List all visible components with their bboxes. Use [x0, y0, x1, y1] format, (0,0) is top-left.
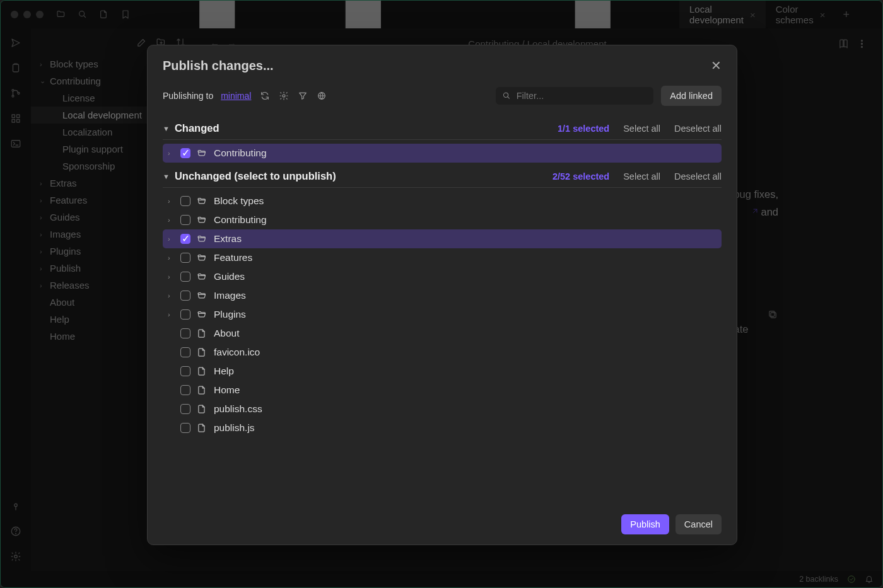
changed-section-header[interactable]: ▼ Changed 1/1 selected Select all Desele… — [163, 115, 722, 140]
chevron-right-icon: › — [168, 273, 174, 280]
checkbox[interactable]: ✓ — [180, 148, 190, 158]
item-label: Images — [214, 290, 246, 301]
filter-input[interactable] — [517, 91, 648, 101]
list-item[interactable]: publish.css — [163, 400, 722, 418]
item-label: Help — [214, 366, 234, 377]
list-item[interactable]: About — [163, 324, 722, 343]
chevron-right-icon: › — [168, 235, 174, 243]
globe-icon[interactable] — [317, 91, 327, 101]
selection-count: 2/52 selected — [553, 171, 609, 182]
folder-icon — [197, 272, 208, 282]
file-icon — [197, 423, 208, 434]
list-item[interactable]: ›✓Extras — [163, 229, 722, 248]
settings-icon[interactable] — [279, 91, 289, 101]
section-title: Changed — [175, 122, 219, 134]
deselect-all-link[interactable]: Deselect all — [674, 171, 722, 182]
chevron-down-icon: ▼ — [163, 125, 170, 132]
chevron-right-icon: › — [168, 197, 174, 205]
chevron-right-icon: › — [168, 311, 174, 318]
cancel-button[interactable]: Cancel — [675, 514, 722, 534]
chevron-right-icon: › — [168, 254, 174, 262]
checkbox[interactable] — [180, 196, 190, 206]
item-label: publish.css — [214, 403, 262, 415]
list-item[interactable]: Help — [163, 362, 722, 381]
modal-body: ▼ Changed 1/1 selected Select all Desele… — [148, 115, 737, 504]
folder-icon — [197, 309, 208, 320]
add-linked-button[interactable]: Add linked — [661, 86, 722, 106]
list-item[interactable]: ›Plugins — [163, 305, 722, 324]
filter-input-wrap[interactable] — [496, 87, 653, 105]
item-label: About — [214, 328, 240, 339]
filter-icon[interactable] — [298, 91, 308, 101]
list-item[interactable]: ›Features — [163, 248, 722, 267]
item-label: Extras — [214, 233, 242, 245]
checkbox[interactable]: ✓ — [180, 234, 190, 244]
item-label: Guides — [214, 271, 245, 282]
list-item[interactable]: favicon.ico — [163, 343, 722, 362]
item-label: publish.js — [214, 422, 255, 434]
file-icon — [197, 366, 208, 377]
checkbox[interactable] — [180, 347, 190, 357]
file-icon — [197, 347, 208, 358]
checkbox[interactable] — [180, 291, 190, 301]
refresh-icon[interactable] — [260, 91, 270, 101]
deselect-all-link[interactable]: Deselect all — [674, 124, 722, 134]
publish-button[interactable]: Publish — [621, 514, 669, 534]
selection-count: 1/1 selected — [558, 124, 609, 134]
list-item[interactable]: ›Images — [163, 286, 722, 305]
item-label: Features — [214, 252, 252, 263]
checkbox[interactable] — [180, 215, 190, 225]
checkbox[interactable] — [180, 404, 190, 414]
changed-list: ›✓Contributing — [163, 144, 722, 163]
checkbox[interactable] — [180, 385, 190, 395]
checkbox[interactable] — [180, 309, 190, 320]
close-icon[interactable]: ✕ — [711, 58, 722, 73]
select-all-link[interactable]: Select all — [623, 124, 660, 134]
file-icon — [197, 328, 208, 339]
modal-title: Publish changes... — [163, 59, 274, 73]
folder-icon — [197, 253, 208, 263]
list-item[interactable]: Home — [163, 381, 722, 400]
select-all-link[interactable]: Select all — [623, 171, 660, 182]
list-item[interactable]: ›Block types — [163, 192, 722, 210]
unchanged-section-header[interactable]: ▼ Unchanged (select to unpublish) 2/52 s… — [163, 163, 722, 188]
checkbox[interactable] — [180, 272, 190, 282]
folder-icon — [197, 196, 208, 207]
item-label: Contributing — [214, 214, 267, 226]
modal-toolbar: Publishing to minimal Add linked — [148, 77, 737, 115]
item-label: favicon.ico — [214, 347, 260, 358]
search-icon — [502, 91, 511, 101]
publish-changes-modal: Publish changes... ✕ Publishing to minim… — [147, 45, 737, 545]
publishing-to-label: Publishing to — [163, 91, 213, 101]
folder-icon — [197, 291, 208, 301]
chevron-right-icon: › — [168, 216, 174, 224]
folder-icon — [197, 234, 208, 245]
file-icon — [197, 404, 208, 415]
checkbox[interactable] — [180, 253, 190, 263]
checkbox[interactable] — [180, 328, 190, 338]
site-link[interactable]: minimal — [221, 91, 251, 101]
chevron-right-icon: › — [168, 149, 174, 157]
folder-icon — [197, 148, 208, 159]
checkbox[interactable] — [180, 366, 190, 376]
unchanged-list: ›Block types›Contributing›✓Extras›Featur… — [163, 192, 722, 437]
list-item[interactable]: publish.js — [163, 418, 722, 437]
list-item[interactable]: ›✓Contributing — [163, 144, 722, 163]
section-title: Unchanged (select to unpublish) — [175, 170, 336, 182]
chevron-down-icon: ▼ — [163, 173, 170, 180]
modal-header: Publish changes... ✕ — [148, 45, 737, 77]
chevron-right-icon: › — [168, 292, 174, 299]
file-icon — [197, 385, 208, 396]
folder-icon — [197, 215, 208, 226]
item-label: Plugins — [214, 309, 246, 320]
modal-footer: Publish Cancel — [148, 504, 737, 545]
checkbox[interactable] — [180, 423, 190, 433]
item-label: Home — [214, 384, 240, 396]
item-label: Contributing — [214, 147, 267, 159]
list-item[interactable]: ›Guides — [163, 267, 722, 286]
list-item[interactable]: ›Contributing — [163, 210, 722, 229]
item-label: Block types — [214, 195, 264, 207]
